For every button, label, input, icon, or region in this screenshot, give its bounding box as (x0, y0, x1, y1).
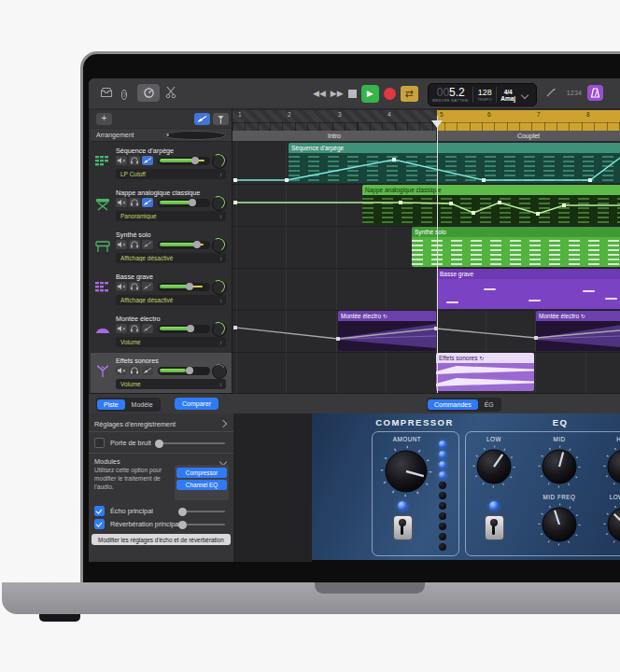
playhead-marker[interactable] (431, 120, 443, 128)
quick-help-icon[interactable]: ? (121, 87, 127, 101)
tab-piste[interactable]: Piste (97, 399, 125, 410)
track-header-effets-sonores[interactable]: Effets sonores Volume↕ (91, 353, 232, 394)
forward-button[interactable]: ▶▶ (331, 89, 344, 98)
mute-button[interactable] (116, 282, 127, 291)
track-automation-button[interactable] (142, 366, 153, 375)
track-automation-button[interactable] (142, 156, 153, 165)
track-header-basse-grave[interactable]: Basse grave Affichage désactivé↕ (91, 269, 232, 312)
volume-slider[interactable] (158, 367, 210, 375)
solo-headphones-button[interactable] (129, 156, 140, 165)
master-echo-slider[interactable] (179, 511, 225, 512)
track-automation-button[interactable] (142, 240, 153, 249)
region-nappe-analogique[interactable]: Nappe analogique classique (362, 185, 620, 225)
mute-button[interactable] (116, 156, 127, 165)
eq-toggle[interactable] (485, 515, 504, 540)
automation-parameter-dropdown[interactable]: LP Cutoff↕ (116, 169, 226, 179)
track-automation-button[interactable] (142, 282, 153, 291)
eq-low-knob[interactable] (472, 445, 515, 488)
tab-commandes[interactable]: Commandes (428, 399, 478, 410)
region-basse-grave[interactable]: Basse grave (437, 269, 620, 309)
eq-high-knob[interactable] (603, 445, 620, 488)
region-synthe-solo[interactable]: Synthé solo (412, 227, 620, 267)
plugin-channel-eq-button[interactable]: Channel EQ (176, 480, 227, 490)
comparer-button[interactable]: Comparer (175, 398, 218, 410)
master-reverb-slider[interactable] (179, 524, 225, 525)
volume-slider[interactable] (158, 283, 210, 291)
pan-knob[interactable] (212, 364, 227, 379)
compressor-led (398, 501, 407, 511)
solo-headphones-button[interactable] (129, 240, 140, 249)
count-in-button[interactable]: 1234 (567, 90, 582, 96)
pan-knob[interactable] (212, 196, 227, 211)
mute-button[interactable] (116, 324, 127, 333)
cycle-button[interactable]: ⇄ (401, 86, 418, 102)
amount-knob[interactable] (380, 445, 432, 497)
eq-mid-freq-knob[interactable] (538, 503, 581, 546)
chevron-down-icon[interactable] (521, 91, 528, 98)
ruler[interactable]: 1 2 3 4 5 6 7 8 (232, 110, 620, 131)
automation-parameter-dropdown[interactable]: Volume↕ (116, 337, 226, 347)
marker-intro[interactable]: Intro (232, 131, 437, 141)
library-icon[interactable] (100, 87, 113, 101)
smart-controls-button[interactable] (137, 84, 160, 102)
tuner-icon[interactable] (545, 87, 557, 101)
volume-slider[interactable] (158, 325, 210, 333)
editors-scissors-icon[interactable] (165, 86, 176, 102)
mute-button[interactable] (116, 198, 127, 207)
metronome-button[interactable] (587, 85, 603, 101)
automation-button[interactable] (194, 113, 210, 125)
solo-headphones-button[interactable] (129, 198, 140, 207)
volume-slider[interactable] (158, 157, 210, 165)
master-reverb-checkbox[interactable] (94, 519, 105, 529)
eq-low-cut-knob[interactable] (603, 503, 620, 546)
track-header-sequence-arpege[interactable]: Séquence d'arpège LP Cutoff↕ (91, 143, 232, 186)
region-montee-electro-2[interactable]: Montée électro↻ (536, 311, 620, 351)
track-automation-button[interactable] (142, 324, 153, 333)
stop-button[interactable] (348, 90, 357, 98)
add-track-button[interactable]: + (96, 113, 112, 125)
tab-modele[interactable]: Modèle (125, 399, 160, 410)
master-echo-checkbox[interactable] (94, 506, 105, 516)
pan-knob[interactable] (212, 280, 227, 295)
track-header-nappe-analogique[interactable]: Nappe analogique classique Panoramique↕ (91, 185, 232, 228)
catch-playhead-button[interactable] (213, 113, 229, 125)
track-header-montee-electro[interactable]: Montée électro Volume↕ (91, 311, 232, 354)
track-header-synthe-solo[interactable]: Synthé solo Affichage désactivé↕ (91, 227, 232, 270)
pan-knob[interactable] (212, 238, 227, 253)
noise-gate-checkbox[interactable] (94, 438, 105, 448)
solo-headphones-button[interactable] (129, 282, 140, 291)
compressor-toggle[interactable] (393, 515, 413, 540)
arrangement-row[interactable]: Arrangement (91, 129, 232, 142)
plugin-compressor-button[interactable]: Compressor (176, 468, 227, 478)
solo-headphones-button[interactable] (129, 324, 140, 333)
region-montee-electro-1[interactable]: Montée électro↻ (338, 311, 436, 351)
volume-slider[interactable] (158, 241, 210, 249)
pan-knob[interactable] (212, 322, 227, 337)
playhead[interactable] (437, 116, 439, 393)
tab-eg[interactable]: ÉG (478, 399, 500, 410)
automation-parameter-dropdown[interactable]: Affichage désactivé↕ (116, 253, 226, 263)
region-effets-sonores[interactable]: Effets sonores↻ (436, 353, 534, 391)
play-button[interactable]: ▶ (361, 85, 379, 103)
solo-headphones-button[interactable] (129, 366, 140, 375)
track-automation-button[interactable] (142, 198, 153, 207)
automation-parameter-dropdown[interactable]: Affichage désactivé↕ (116, 295, 226, 305)
timeline[interactable]: 1 2 3 4 5 6 7 8 Intro Couplet (232, 108, 620, 393)
region-sequence-arpege[interactable]: Séquence d'arpège (289, 143, 620, 183)
record-button[interactable] (384, 88, 396, 100)
recording-settings-row[interactable]: Réglages d'enregistrement (89, 417, 233, 430)
loop-icon: ↻ (581, 313, 585, 319)
lcd-display[interactable]: 005.2 MESURE BATTEM. 128 TEMPO 4/4 Amaj (428, 83, 537, 106)
automation-parameter-dropdown[interactable]: Panoramique↕ (116, 211, 226, 221)
noise-gate-slider[interactable] (156, 442, 225, 444)
edit-echo-reverb-button[interactable]: Modifier les réglages d'écho et de réver… (92, 534, 231, 545)
marker-couplet[interactable]: Couplet (437, 131, 620, 141)
eq-mid-knob[interactable] (538, 445, 581, 488)
rewind-button[interactable]: ◀◀ (313, 89, 326, 98)
arrangement-options-icon[interactable] (163, 131, 227, 140)
volume-slider[interactable] (158, 199, 210, 207)
mute-button[interactable] (116, 366, 127, 375)
mute-button[interactable] (116, 240, 127, 249)
automation-parameter-dropdown[interactable]: Volume↕ (116, 379, 226, 389)
pan-knob[interactable] (212, 154, 227, 169)
